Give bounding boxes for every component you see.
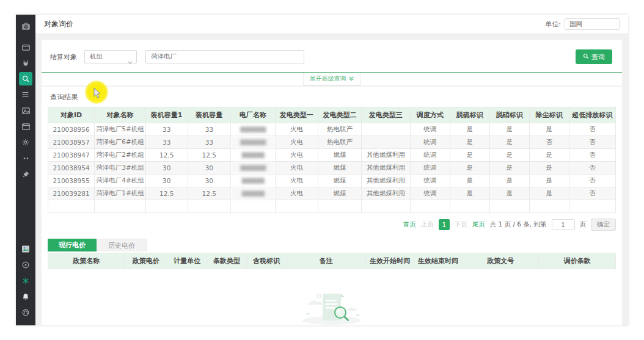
table-row[interactable]: 210038956菏泽电厂5#机组3333████████火电热电联产统调是是是…: [48, 123, 616, 136]
sidebar-item-compass-icon[interactable]: [19, 258, 32, 272]
table-cell: 33: [188, 136, 231, 149]
table-cell: 其他燃煤利用: [361, 175, 410, 187]
no-data-illustration: [292, 283, 371, 325]
pagination-current-page[interactable]: 1: [439, 219, 450, 230]
empty-state: 暂无数据: [48, 269, 616, 325]
search-button-label: 查询: [591, 52, 605, 62]
sidebar-item-list-icon[interactable]: [19, 88, 32, 101]
table-cell: 其他燃煤利用: [361, 187, 410, 200]
table-cell: 统调: [410, 149, 450, 162]
table-cell: 210039281: [48, 187, 95, 200]
table-cell: 是: [450, 136, 489, 149]
results-panel: 查询结果 对象ID对象名称装机容量1装机容量电厂名称发电类型一发电类型二发电类型…: [42, 87, 622, 325]
table-cell: [361, 123, 410, 136]
sidebar-item-plugin-icon[interactable]: [19, 56, 32, 70]
search-panel: 结算对象 机组 查询: [42, 40, 622, 85]
advanced-search-toggle[interactable]: 展开高级查询: [303, 73, 361, 85]
table-cell: 否: [569, 123, 615, 136]
table-cell: 其他燃煤利用: [361, 149, 410, 162]
unit-group: 单位:: [545, 18, 620, 30]
column-header: 政策名称: [48, 253, 125, 269]
sidebar-item-search-icon[interactable]: [19, 72, 32, 85]
unit-label: 单位:: [545, 20, 561, 29]
table-cell: 火电: [275, 123, 318, 136]
select-value: 机组: [90, 52, 103, 61]
sidebar-item-folder-icon[interactable]: [19, 40, 32, 54]
table-row[interactable]: 210038957菏泽电厂6#机组3333████████火电热电联产统调是是否…: [48, 136, 616, 149]
table-cell: ███████: [231, 187, 275, 200]
table-cell: [450, 200, 489, 213]
table-row[interactable]: 210038947菏泽电厂2#机组12.512.5███████火电燃煤其他燃煤…: [48, 149, 616, 162]
settlement-object-label: 结算对象: [50, 52, 77, 62]
settlement-object-select[interactable]: 机组: [84, 50, 137, 63]
table-cell: 热电联产: [318, 136, 362, 149]
table-cell: 火电: [275, 187, 318, 200]
sidebar-item-theme-icon[interactable]: [19, 274, 32, 288]
table-cell: [48, 200, 95, 213]
sidebar-item-window-icon[interactable]: [19, 120, 32, 133]
unit-input[interactable]: [565, 18, 620, 30]
sidebar-item-quote-icon[interactable]: [19, 151, 32, 165]
table-cell: 是: [529, 162, 569, 175]
sidebar: [16, 15, 35, 325]
table-cell: 火电: [275, 175, 318, 187]
tab-history-price[interactable]: 历史电价: [97, 239, 147, 251]
table-cell: 菏泽电厂1#机组: [95, 187, 146, 200]
keyword-input[interactable]: [145, 50, 304, 63]
table-cell: [489, 200, 529, 213]
sidebar-item-pin-icon[interactable]: [19, 167, 32, 181]
table-cell: 火电: [275, 162, 318, 175]
table-row[interactable]: [48, 200, 616, 213]
table-cell: 是: [450, 123, 489, 136]
table-header-row: 政策名称政策电价计量单位条款类型含税标识备注生效开始时间生效结束时间政策文号调价…: [48, 253, 616, 269]
table-cell: 12.5: [188, 149, 231, 162]
table-cell: 菏泽电厂6#机组: [95, 136, 146, 149]
screenshot-root: 对象询价 单位: 结算对象 机组: [0, 0, 644, 340]
column-header: 发电类型三: [361, 107, 410, 123]
table-cell: [275, 200, 318, 213]
table-cell: 是: [489, 149, 529, 162]
table-row[interactable]: 210038955菏泽电厂4#机组3030███████火电燃煤其他燃煤利用统调…: [48, 175, 616, 187]
sidebar-item-image-icon[interactable]: [19, 104, 32, 117]
table-cell: 是: [529, 123, 569, 136]
table-cell: 是: [529, 187, 569, 200]
pagination-first[interactable]: 首页: [403, 220, 416, 229]
table-cell: ████████: [231, 136, 275, 149]
table-cell: 是: [529, 175, 569, 187]
tab-current-price[interactable]: 现行电价: [48, 239, 97, 251]
table-row[interactable]: 210039281菏泽电厂1#机组12.512.5███████火电燃煤其他燃煤…: [48, 187, 616, 200]
table-cell: 是: [489, 123, 529, 136]
column-header: 脱硝标识: [489, 107, 529, 123]
table-cell: [318, 200, 362, 213]
search-row: 结算对象 机组 查询: [42, 40, 622, 64]
table-cell: 统调: [410, 175, 450, 187]
table-cell: 30: [145, 162, 188, 175]
pagination-confirm-button[interactable]: 确定: [591, 219, 616, 231]
table-cell: ████████: [231, 162, 275, 175]
page-title: 对象询价: [44, 19, 73, 29]
table-cell: 燃煤: [318, 162, 362, 175]
table-cell: [145, 200, 188, 213]
column-header: 对象名称: [95, 107, 146, 123]
results-title: 查询结果: [50, 93, 616, 102]
pagination-last[interactable]: 尾页: [472, 220, 485, 229]
table-cell: 是: [489, 162, 529, 175]
pagination-next[interactable]: 下页: [455, 220, 467, 229]
table-cell: [188, 200, 231, 213]
sidebar-item-help-icon[interactable]: [19, 306, 32, 319]
table-cell: 否: [569, 187, 615, 200]
search-button[interactable]: 查询: [576, 49, 612, 64]
table-row[interactable]: 210038954菏泽电厂3#机组3030████████火电燃煤其他燃煤利用统…: [48, 162, 616, 175]
pagination-goto-input[interactable]: [552, 219, 575, 230]
table-cell: 燃煤: [318, 175, 362, 187]
pagination-prev[interactable]: 上页: [421, 220, 434, 229]
table-cell: 33: [188, 123, 231, 136]
table-cell: 210038947: [48, 149, 95, 162]
column-header: 政策电价: [125, 253, 167, 269]
table-cell: 热电联产: [318, 123, 362, 136]
table-cell: 30: [145, 175, 188, 187]
table-cell: 30: [188, 175, 231, 187]
sidebar-item-notification-icon[interactable]: [19, 290, 32, 303]
sidebar-item-preview-icon[interactable]: [19, 242, 32, 256]
sidebar-item-gear-icon[interactable]: [19, 136, 32, 149]
